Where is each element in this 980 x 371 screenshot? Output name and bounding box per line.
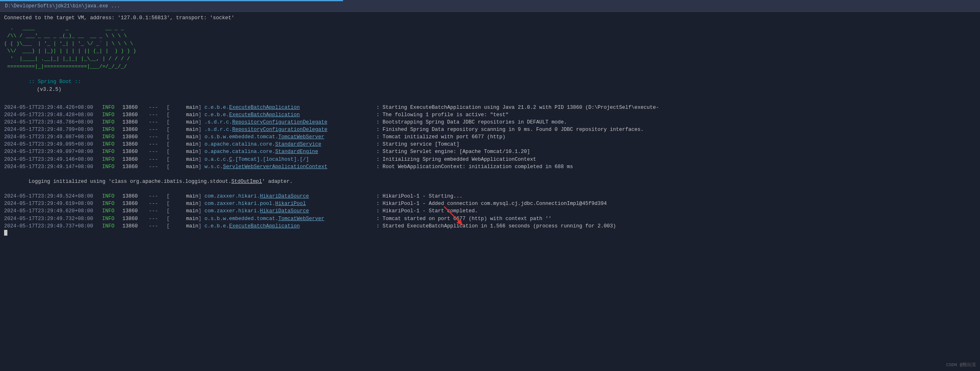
banner-line-3: ( ( )\___ | '_ | '_| | '_ \/ _` | \ \ \ … <box>4 40 976 48</box>
log-line: 2024-05-17T23:29:48.426+08:00 INFO 13860… <box>4 104 976 111</box>
log-timestamp: 2024-05-17T23:29:48.426+08:00 <box>4 104 98 111</box>
log-dashes: --- <box>149 111 164 119</box>
log-timestamp: 2024-05-17T23:29:49.146+08:00 <box>4 156 98 163</box>
logging-init-line: Logging initialized using 'class org.apa… <box>4 171 976 193</box>
log-level: INFO <box>102 141 119 148</box>
terminal-window: D:\DevloperSofts\jdk21\bin\java.exe ... … <box>0 0 980 371</box>
log-level: INFO <box>102 156 119 163</box>
log-message: : Bootstrapping Spring Data JDBC reposit… <box>377 119 567 126</box>
log-class: o.s.b.w.embedded.tomcat.TomcatWebServer <box>205 133 377 141</box>
log-thread: main <box>170 163 199 171</box>
log-level: INFO <box>102 223 119 230</box>
log-container-after: 2024-05-17T23:29:49.524+08:00 INFO 13860… <box>4 193 976 230</box>
log-class: .s.d.r.c.RepositoryConfigurationDelegate <box>205 126 377 133</box>
log-pid: 13860 <box>122 193 145 200</box>
log-timestamp: 2024-05-17T23:29:49.620+08:00 <box>4 207 98 215</box>
log-pid: 13860 <box>122 133 145 141</box>
title-text: D:\DevloperSofts\jdk21\bin\java.exe ... <box>5 3 120 9</box>
log-line: 2024-05-17T23:29:49.147+08:00 INFO 13860… <box>4 163 976 171</box>
log-class: w.s.c.ServletWebServerApplicationContext <box>205 163 377 171</box>
log-level: INFO <box>102 104 119 111</box>
log-timestamp: 2024-05-17T23:29:49.737+08:00 <box>4 223 98 230</box>
log-thread: main <box>170 126 199 133</box>
log-message: : Tomcat initialized with port 6677 (htt… <box>377 133 506 141</box>
log-thread: main <box>170 200 199 207</box>
log-pid: 13860 <box>122 156 145 163</box>
title-bar: D:\DevloperSofts\jdk21\bin\java.exe ... <box>0 1 980 12</box>
log-line: 2024-05-17T23:29:48.799+08:00 INFO 13860… <box>4 126 976 133</box>
log-dashes: --- <box>149 148 164 155</box>
log-dashes: --- <box>149 133 164 141</box>
connected-line: Connected to the target VM, address: '12… <box>4 14 976 22</box>
log-class: o.apache.catalina.core.StandardEngine <box>205 148 377 155</box>
log-timestamp: 2024-05-17T23:29:48.799+08:00 <box>4 126 98 133</box>
log-dashes: --- <box>149 104 164 111</box>
log-pid: 13860 <box>122 126 145 133</box>
banner-line-2: /\\ / ___'_ __ _ _(_)_ __ __ _ \ \ \ \ <box>4 32 976 40</box>
watermark: CSDN @熊出没 <box>946 362 976 369</box>
log-level: INFO <box>102 163 119 171</box>
terminal-content: Connected to the target VM, address: '12… <box>0 12 980 238</box>
log-pid: 13860 <box>122 200 145 207</box>
log-pid: 13860 <box>122 111 145 119</box>
log-line: 2024-05-17T23:29:49.732+08:00 INFO 13860… <box>4 215 976 223</box>
progress-bar-container <box>0 0 980 1</box>
log-pid: 13860 <box>122 207 145 215</box>
log-level: INFO <box>102 148 119 155</box>
log-dashes: --- <box>149 200 164 207</box>
log-line: 2024-05-17T23:29:49.737+08:00 INFO 13860… <box>4 223 976 230</box>
log-line: 2024-05-17T23:29:49.087+08:00 INFO 13860… <box>4 133 976 141</box>
log-message: : Starting Servlet engine: [Apache Tomca… <box>377 148 530 155</box>
log-message: : HikariPool-1 - Start completed. <box>377 207 478 215</box>
log-thread: main <box>170 223 199 230</box>
log-timestamp: 2024-05-17T23:29:48.428+08:00 <box>4 111 98 119</box>
cursor <box>4 230 7 236</box>
log-level: INFO <box>102 126 119 133</box>
log-message: : Root WebApplicationContext: initializa… <box>377 163 573 171</box>
log-dashes: --- <box>149 193 164 200</box>
log-thread: main <box>170 133 199 141</box>
log-thread: main <box>170 104 199 111</box>
log-dashes: --- <box>149 163 164 171</box>
log-class: c.e.b.e.ExecuteBatchApplication <box>205 111 377 119</box>
spring-banner: . ____ _ __ _ _ /\\ / ___'_ __ _ _(_)_ _… <box>4 25 976 101</box>
log-dashes: --- <box>149 126 164 133</box>
log-message: : Starting ExecuteBatchApplication using… <box>377 104 659 111</box>
log-line: 2024-05-17T23:29:48.786+08:00 INFO 13860… <box>4 119 976 126</box>
log-thread: main <box>170 207 199 215</box>
banner-line-1: . ____ _ __ _ _ <box>4 25 976 32</box>
log-level: INFO <box>102 200 119 207</box>
log-class: o.a.c.c.C.[Tomcat].[localhost].[/] <box>205 156 377 163</box>
log-class: c.e.b.e.ExecuteBatchApplication <box>205 223 377 230</box>
log-pid: 13860 <box>122 163 145 171</box>
banner-line-6: =========|_|==============|___/=/_/_/_/ <box>4 63 976 71</box>
log-class: com.zaxxer.hikari.pool.HikariPool <box>205 200 377 207</box>
log-timestamp: 2024-05-17T23:29:49.095+08:00 <box>4 141 98 148</box>
log-message: : Started ExecuteBatchApplication in 1.5… <box>377 223 616 230</box>
log-pid: 13860 <box>122 119 145 126</box>
log-message: : Finished Spring Data repository scanni… <box>377 126 644 133</box>
log-message: : HikariPool-1 - Starting... <box>377 193 463 200</box>
log-thread: main <box>170 148 199 155</box>
log-pid: 13860 <box>122 104 145 111</box>
cursor-line <box>4 230 976 236</box>
log-class: com.zaxxer.hikari.HikariDataSource <box>205 207 377 215</box>
log-dashes: --- <box>149 223 164 230</box>
log-message: : Initializing Spring embedded WebApplic… <box>377 156 536 163</box>
log-timestamp: 2024-05-17T23:29:49.147+08:00 <box>4 163 98 171</box>
log-class: com.zaxxer.hikari.HikariDataSource <box>205 193 377 200</box>
log-message: : HikariPool-1 - Added connection com.my… <box>377 200 607 207</box>
log-message: : The following 1 profile is active: "te… <box>377 111 509 119</box>
log-dashes: --- <box>149 141 164 148</box>
log-level: INFO <box>102 119 119 126</box>
log-level: INFO <box>102 207 119 215</box>
log-line: 2024-05-17T23:29:48.428+08:00 INFO 13860… <box>4 111 976 119</box>
log-thread: main <box>170 193 199 200</box>
progress-bar <box>0 0 343 1</box>
log-level: INFO <box>102 193 119 200</box>
log-line: 2024-05-17T23:29:49.524+08:00 INFO 13860… <box>4 193 976 200</box>
log-thread: main <box>170 141 199 148</box>
log-timestamp: 2024-05-17T23:29:48.786+08:00 <box>4 119 98 126</box>
log-timestamp: 2024-05-17T23:29:49.732+08:00 <box>4 215 98 223</box>
log-pid: 13860 <box>122 148 145 155</box>
